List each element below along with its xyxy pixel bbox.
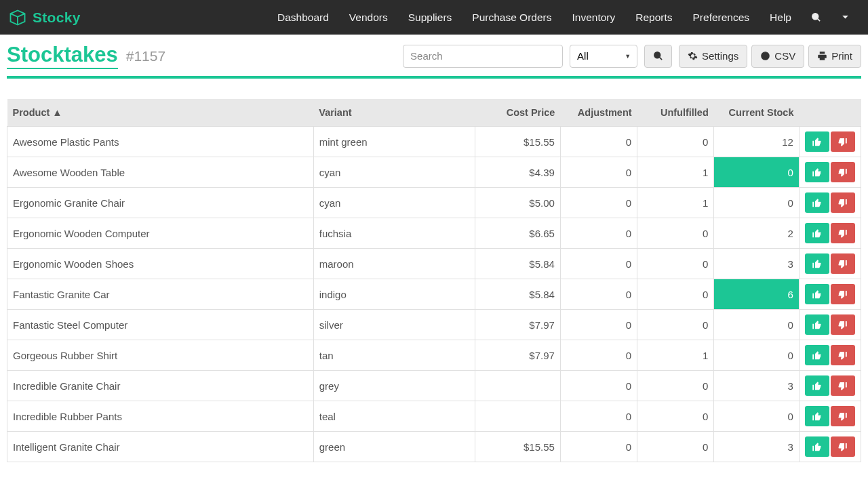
cell-product: Awesome Plastic Pants <box>7 127 314 157</box>
global-search-button[interactable] <box>802 0 831 35</box>
thumbs-down-icon <box>837 411 848 422</box>
cell-stock: 0 <box>714 340 800 371</box>
search-button[interactable] <box>644 45 672 68</box>
csv-button[interactable]: CSV <box>751 45 804 68</box>
approve-button[interactable] <box>805 284 829 304</box>
cell-cost <box>475 401 561 432</box>
search-icon <box>811 12 821 22</box>
cell-variant: tan <box>313 340 475 371</box>
cell-unfulfilled: 1 <box>637 157 714 188</box>
svg-point-1 <box>654 52 660 58</box>
cell-product: Incredible Granite Chair <box>7 371 314 401</box>
approve-button[interactable] <box>805 375 829 396</box>
reject-button[interactable] <box>831 192 855 213</box>
brand-logo[interactable]: Stocky <box>8 8 81 27</box>
main-nav: Dashboard Vendors Suppliers Purchase Ord… <box>267 0 860 35</box>
cell-stock: 0 <box>714 157 800 188</box>
nav-reports[interactable]: Reports <box>625 0 682 35</box>
table-row: Fantastic Granite Carindigo$5.84006 <box>7 279 861 310</box>
nav-inventory[interactable]: Inventory <box>561 0 625 35</box>
page-title-id: #1157 <box>126 48 165 64</box>
cell-adjustment: 0 <box>560 218 637 249</box>
approve-button[interactable] <box>805 192 829 213</box>
reject-button[interactable] <box>831 223 855 243</box>
col-cost[interactable]: Cost Price <box>475 99 561 127</box>
approve-button[interactable] <box>805 406 829 426</box>
col-variant[interactable]: Variant <box>313 99 475 127</box>
cell-actions <box>799 279 861 310</box>
nav-preferences[interactable]: Preferences <box>683 0 760 35</box>
gear-icon <box>688 51 698 61</box>
cell-cost: $5.00 <box>475 188 561 218</box>
thumbs-down-icon <box>837 198 848 208</box>
cell-actions <box>799 371 861 401</box>
col-stock[interactable]: Current Stock <box>714 99 800 127</box>
reject-button[interactable] <box>831 162 855 182</box>
cell-adjustment: 0 <box>560 432 637 462</box>
nav-purchase-orders[interactable]: Purchase Orders <box>462 0 561 35</box>
nav-suppliers[interactable]: Suppliers <box>398 0 462 35</box>
reject-button[interactable] <box>831 436 855 457</box>
cell-unfulfilled: 1 <box>637 188 714 218</box>
reject-button[interactable] <box>831 253 855 274</box>
nav-vendors[interactable]: Vendors <box>339 0 398 35</box>
cell-stock: 12 <box>714 127 800 157</box>
cell-product: Awesome Wooden Table <box>7 157 314 188</box>
reject-button[interactable] <box>831 131 855 152</box>
approve-button[interactable] <box>805 345 829 365</box>
page-title-link[interactable]: Stocktakes <box>7 43 118 69</box>
approve-button[interactable] <box>805 223 829 243</box>
more-menu-button[interactable] <box>831 0 860 35</box>
thumbs-up-icon <box>812 381 822 391</box>
cell-stock: 2 <box>714 218 800 249</box>
cell-cost: $4.39 <box>475 157 561 188</box>
nav-dashboard[interactable]: Dashboard <box>267 0 339 35</box>
print-button[interactable]: Print <box>808 45 861 68</box>
print-label: Print <box>831 50 852 62</box>
cell-stock: 3 <box>714 371 800 401</box>
col-product[interactable]: Product ▲ <box>7 99 314 127</box>
cell-variant: teal <box>313 401 475 432</box>
box-icon <box>8 8 27 27</box>
search-input[interactable] <box>403 45 563 68</box>
cell-cost: $6.65 <box>475 218 561 249</box>
approve-button[interactable] <box>805 436 829 457</box>
approve-button[interactable] <box>805 314 829 335</box>
thumbs-up-icon <box>812 167 822 178</box>
cell-variant: grey <box>313 371 475 401</box>
cell-unfulfilled: 0 <box>637 218 714 249</box>
table-row: Incredible Granite Chairgrey003 <box>7 371 861 401</box>
cell-unfulfilled: 0 <box>637 310 714 340</box>
thumbs-up-icon <box>812 289 822 300</box>
col-unfulfilled[interactable]: Unfulfilled <box>637 99 714 127</box>
filter-select[interactable]: All <box>570 45 637 68</box>
approve-button[interactable] <box>805 131 829 152</box>
nav-help[interactable]: Help <box>760 0 802 35</box>
reject-button[interactable] <box>831 375 855 396</box>
table-row: Fantastic Steel Computersilver$7.97000 <box>7 310 861 340</box>
table-row: Intelligent Granite Chairgreen$15.55003 <box>7 432 861 462</box>
cell-unfulfilled: 0 <box>637 249 714 279</box>
col-adjustment[interactable]: Adjustment <box>560 99 637 127</box>
cell-unfulfilled: 0 <box>637 127 714 157</box>
thumbs-up-icon <box>812 442 822 452</box>
cell-product: Incredible Rubber Pants <box>7 401 314 432</box>
thumbs-down-icon <box>837 350 848 361</box>
cell-adjustment: 0 <box>560 371 637 401</box>
cell-adjustment: 0 <box>560 127 637 157</box>
settings-button[interactable]: Settings <box>679 45 747 68</box>
cell-unfulfilled: 0 <box>637 432 714 462</box>
approve-button[interactable] <box>805 253 829 274</box>
cell-actions <box>799 340 861 371</box>
reject-button[interactable] <box>831 284 855 304</box>
reject-button[interactable] <box>831 406 855 426</box>
reject-button[interactable] <box>831 345 855 365</box>
approve-button[interactable] <box>805 162 829 182</box>
cell-actions <box>799 310 861 340</box>
reject-button[interactable] <box>831 314 855 335</box>
thumbs-down-icon <box>837 289 848 300</box>
cell-variant: fuchsia <box>313 218 475 249</box>
cell-adjustment: 0 <box>560 279 637 310</box>
table-row: Gorgeous Rubber Shirttan$7.97010 <box>7 340 861 371</box>
cell-variant: maroon <box>313 249 475 279</box>
